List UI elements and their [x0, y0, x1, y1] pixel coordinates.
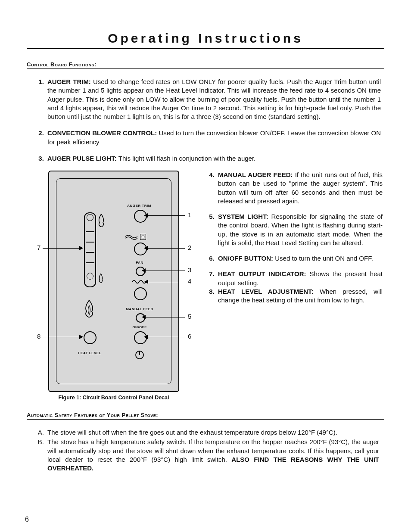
btn-manual-feed [134, 287, 147, 300]
svg-point-1 [142, 236, 144, 238]
label-manual-feed: MANUAL FEED [120, 307, 159, 311]
term-4: MANUAL AUGER FEED: [218, 171, 293, 178]
flame-small-icon [98, 274, 104, 283]
callout-3: 3 [188, 266, 191, 274]
heat-output-indicator [84, 212, 96, 287]
term-3: AUGER PULSE LIGHT: [47, 155, 117, 162]
callout-2: 2 [188, 244, 191, 251]
callout-4: 4 [188, 277, 191, 285]
flame-icon [83, 300, 95, 317]
callout-8: 8 [37, 333, 40, 340]
term-5: SYSTEM LIGHT: [218, 213, 268, 220]
swirl-icon [125, 234, 137, 241]
flame-large-icon [97, 214, 106, 227]
item-heat-output: HEAT OUTPUT INDICATOR: Shows the present… [216, 270, 383, 287]
body-3: This light will flash in conjunction wit… [117, 155, 255, 162]
safety-a: The stove will shut off when the fire go… [46, 428, 379, 437]
control-board-heading: Control Board Functions: [27, 61, 384, 69]
power-icon [135, 350, 144, 360]
item-system-light: SYSTEM LIGHT: Responsible for signaling … [216, 212, 383, 247]
page-title: Operating Instructions [27, 31, 384, 49]
callout-6: 6 [188, 333, 191, 340]
item-convection-blower: CONVECTION BLOWER CONTROL: Used to turn … [46, 129, 381, 146]
label-fan: FAN [133, 261, 146, 264]
callout-5: 5 [188, 313, 191, 320]
label-onoff: ON/OFF [129, 325, 150, 329]
item-auger-pulse: AUGER PULSE LIGHT: This light will flash… [46, 154, 381, 163]
item-heat-level: HEAT LEVEL ADJUSTMENT: When pressed, wil… [216, 287, 383, 305]
svg-rect-0 [140, 234, 146, 240]
term-2: CONVECTION BLOWER CONTROL: [47, 129, 157, 137]
page-number: 6 [25, 516, 29, 523]
figure-caption: Figure 1: Circuit Board Control Panel De… [25, 395, 202, 401]
safety-b: The stove has a high temperature safety … [46, 438, 379, 473]
term-1: AUGER TRIM: [47, 78, 91, 85]
term-7: HEAT OUTPUT INDICATOR: [218, 270, 306, 277]
term-8: HEAT LEVEL ADJUSTMENT: [218, 288, 314, 295]
item-onoff: ON/OFF BUTTON: Used to turn the unit ON … [216, 254, 383, 263]
label-heat-level: HEAT LEVEL [75, 351, 105, 355]
callout-7: 7 [37, 244, 40, 251]
body-1: Used to change feed rates on LOW ONLY fo… [47, 78, 381, 120]
callout-1: 1 [188, 211, 191, 218]
item-auger-trim: AUGER TRIM: Used to change feed rates on… [46, 78, 381, 121]
safety-heading: Automatic Safety Features of Your Pellet… [27, 412, 384, 420]
target-icon [140, 234, 146, 240]
label-auger-trim: AUGER TRIM [122, 204, 156, 208]
control-panel-decal: AUGER TRIM FAN MANUAL FEED [48, 171, 179, 392]
btn-heat-level [84, 331, 97, 344]
body-6: Used to turn the unit ON and OFF. [273, 255, 373, 262]
item-manual-auger: MANUAL AUGER FEED: If the unit runs out … [216, 171, 383, 205]
term-6: ON/OFF BUTTON: [218, 255, 273, 262]
